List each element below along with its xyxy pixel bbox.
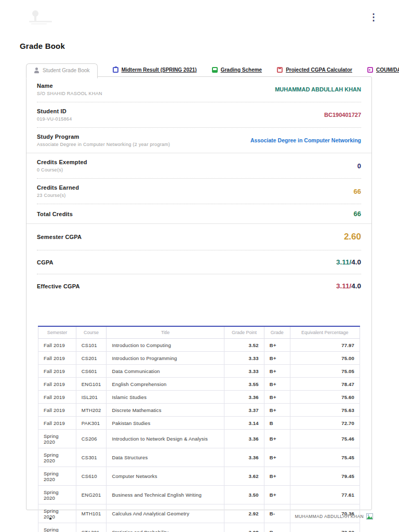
cell-percentage: 78.47 <box>290 378 360 391</box>
info-row: CGPA3.11/4.0 <box>37 250 361 274</box>
card-icon <box>367 67 373 73</box>
calc-icon <box>277 67 283 73</box>
cell-course: STA301 <box>76 523 107 532</box>
tab-student-grade-book[interactable]: Student Grade Book <box>26 63 98 78</box>
table-row: Spring 2020CS610Computer Networks3.62B+7… <box>38 467 360 486</box>
row-value: 3.11/4.0 <box>336 282 361 290</box>
row-value: 66 <box>354 188 361 195</box>
cell-title: Business and Technical English Writing <box>107 486 224 504</box>
column-header: Grade Point <box>224 326 264 339</box>
cell-semester: Fall 2019 <box>38 404 76 417</box>
row-value: MUHAMMAD ABDULLAH KHAN <box>275 86 361 92</box>
tab-grading-scheme[interactable]: Grading Scheme <box>212 67 262 78</box>
tab-coum-dac[interactable]: COUM/DAC <box>367 67 399 78</box>
cell-title: Introduction to Computing <box>107 339 224 352</box>
row-value-suffix: 4.0 <box>351 282 361 290</box>
cell-grade_point: 3.36 <box>224 430 264 448</box>
cell-grade_point: 3.36 <box>224 448 264 467</box>
row-value: 0 <box>357 162 361 170</box>
footer-student-name: MUHAMMAD ABDULLAH KHAN <box>295 514 364 519</box>
row-sublabel: Associate Degree in Computer Networking … <box>37 142 170 147</box>
cell-percentage: 72.70 <box>290 417 360 430</box>
row-label: Credits Exempted <box>37 159 87 165</box>
table-row: Fall 2019CS201Introduction to Programmin… <box>38 352 360 365</box>
cell-course: CS201 <box>76 352 107 365</box>
row-label: CGPA <box>37 259 54 265</box>
cell-semester: Fall 2019 <box>38 339 76 352</box>
tab-midterm-result-spring-2021[interactable]: Midterm Result (SPRING 2021) <box>113 67 197 78</box>
cell-course: CS601 <box>76 365 107 378</box>
table-row: Fall 2019CS101Introduction to Computing3… <box>38 339 360 352</box>
info-row: Study ProgramAssociate Degree in Compute… <box>37 128 361 153</box>
cell-course: CS101 <box>76 339 107 352</box>
cell-grade: B+ <box>264 486 290 504</box>
cell-percentage: 75.00 <box>290 352 360 365</box>
column-header: Grade <box>264 326 290 339</box>
row-label: Semester CGPA <box>37 234 82 240</box>
cell-percentage: 79.45 <box>290 467 360 486</box>
tab-projected-cgpa-calculator[interactable]: Projected CGPA Calculator <box>277 67 352 78</box>
row-value: 66 <box>354 210 361 218</box>
row-label: Study Program <box>37 134 170 140</box>
info-row: Student ID019-VU-015864BC190401727 <box>37 102 361 128</box>
grade-book-panel: NameS/O SHAHID RASOOL KHANMUHAMMAD ABDUL… <box>26 76 372 510</box>
column-header: Course <box>76 326 107 339</box>
info-row: NameS/O SHAHID RASOOL KHANMUHAMMAD ABDUL… <box>37 77 361 102</box>
cell-percentage: 75.46 <box>290 430 360 448</box>
cell-semester: Fall 2019 <box>38 378 76 391</box>
cell-percentage: 75.63 <box>290 404 360 417</box>
info-row-left: NameS/O SHAHID RASOOL KHAN <box>37 83 102 96</box>
table-row: Spring 2020CS301Data Structures3.36B+75.… <box>38 448 360 467</box>
info-row: Total Credits66 <box>37 204 361 223</box>
cell-title: Islamic Studies <box>107 391 224 404</box>
row-value: 3.11/4.0 <box>336 258 361 266</box>
kebab-menu-icon[interactable]: ⋮ <box>369 12 378 22</box>
cell-grade: B+ <box>264 365 290 378</box>
info-row: Credits Earned23 Course(s)66 <box>37 179 361 204</box>
cell-semester: Spring 2020 <box>38 523 76 532</box>
cell-grade: B+ <box>264 391 290 404</box>
row-value-main: 66 <box>354 210 361 218</box>
cell-grade_point: 3.33 <box>224 365 264 378</box>
cell-grade: B+ <box>264 339 290 352</box>
row-value-main: Associate Degree in Computer Networking <box>250 137 361 143</box>
table-header-row: SemesterCourseTitleGrade PointGradeEquiv… <box>38 326 360 339</box>
row-value: BC190401727 <box>324 112 361 118</box>
cell-grade_point: 3.50 <box>224 486 264 504</box>
row-value: Associate Degree in Computer Networking <box>250 137 361 143</box>
row-label: Student ID <box>37 108 72 114</box>
info-row-left: Semester CGPA <box>37 234 82 240</box>
cell-percentage: 77.97 <box>290 339 360 352</box>
table-row: Spring 2020CS206Introduction to Network … <box>38 430 360 448</box>
cell-grade_point: 3.62 <box>224 467 264 486</box>
row-sublabel: S/O SHAHID RASOOL KHAN <box>37 91 102 96</box>
row-label: Effective CGPA <box>37 283 80 289</box>
cell-percentage: 72.02 <box>290 523 360 532</box>
info-row-left: Effective CGPA <box>37 283 80 289</box>
cell-semester: Fall 2019 <box>38 391 76 404</box>
cell-grade: B+ <box>264 404 290 417</box>
info-row-left: Credits Earned23 Course(s) <box>37 184 79 198</box>
cell-course: ISL201 <box>76 391 107 404</box>
cell-grade_point: 3.37 <box>224 404 264 417</box>
cell-title: Discrete Mathematics <box>107 404 224 417</box>
broken-image-icon <box>366 513 373 520</box>
tab-label: Grading Scheme <box>221 67 262 73</box>
info-row-left: Student ID019-VU-015864 <box>37 108 72 122</box>
row-value-main: BC190401727 <box>324 112 361 118</box>
cell-grade: B+ <box>264 467 290 486</box>
info-row: Effective CGPA3.11/4.0 <box>37 274 361 298</box>
table-row: Spring 2020ENG201Business and Technical … <box>38 486 360 504</box>
table-row: Fall 2019ISL201Islamic Studies3.36B+75.6… <box>38 391 360 404</box>
cell-percentage: 75.60 <box>290 391 360 404</box>
row-label: Name <box>37 83 102 89</box>
cell-course: CS610 <box>76 467 107 486</box>
table-row: Fall 2019PAK301Pakistan Studies3.14B72.7… <box>38 417 360 430</box>
cell-grade_point: 3.55 <box>224 378 264 391</box>
cell-title: Introduction to Network Design & Analysi… <box>107 430 224 448</box>
tab-label: COUM/DAC <box>376 67 399 73</box>
grades-table-wrap: SemesterCourseTitleGrade PointGradeEquiv… <box>38 326 361 532</box>
cell-semester: Spring 2020 <box>38 430 76 448</box>
profile-section: NameS/O SHAHID RASOOL KHANMUHAMMAD ABDUL… <box>37 77 361 153</box>
row-value-main: 0 <box>357 162 361 170</box>
